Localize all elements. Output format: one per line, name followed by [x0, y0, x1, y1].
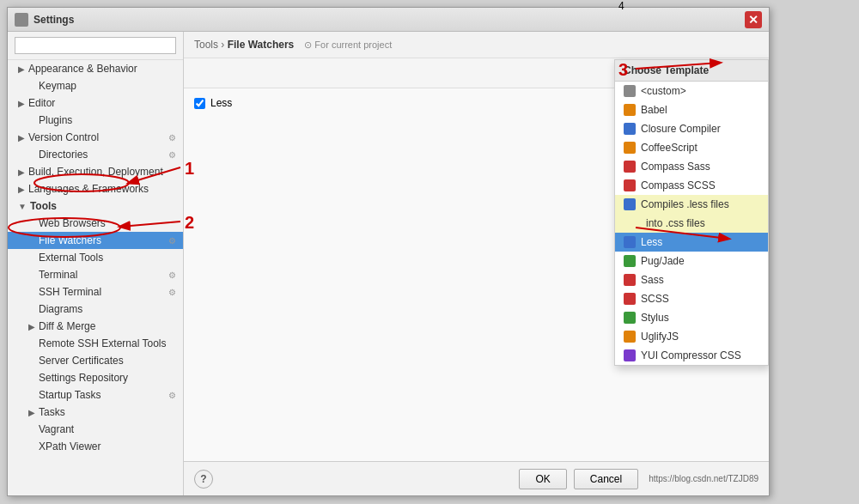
sidebar-item-label: Languages & Frameworks	[28, 183, 149, 195]
sidebar-item-label: Appearance & Behavior	[28, 63, 137, 75]
dropdown-item-label: UglifyJS	[641, 331, 679, 343]
arrow-icon: ▶	[28, 408, 35, 417]
sidebar-item-diff-merge[interactable]: ▶Diff & Merge	[8, 318, 183, 335]
dropdown-item-uglifyjs[interactable]: UglifyJS	[615, 327, 768, 346]
dropdown-panel: Choose Template <custom>BabelClosure Com…	[614, 59, 769, 366]
sidebar-item-tools[interactable]: ▼Tools	[8, 197, 183, 215]
sidebar-item-external-tools[interactable]: External Tools	[8, 249, 183, 266]
dropdown-item-label: YUI Compressor CSS	[641, 349, 741, 361]
dropdown-item-coffeescript[interactable]: CoffeeScript	[615, 138, 768, 157]
arrow-icon: ▶	[18, 133, 25, 143]
item-color-icon	[624, 349, 636, 361]
panel-note: ⊙ For current project	[304, 39, 392, 51]
sidebar-item-label: Terminal	[39, 269, 77, 281]
item-color-icon	[624, 255, 636, 267]
item-color-icon	[624, 293, 636, 305]
item-color-icon	[624, 123, 636, 135]
cancel-button[interactable]: Cancel	[574, 469, 638, 489]
item-color-icon	[624, 104, 636, 116]
sidebar-item-label: Diagrams	[39, 303, 82, 315]
dropdown-item-label: Less	[641, 236, 662, 248]
sidebar-item-file-watchers[interactable]: File Watchers⚙	[8, 232, 183, 249]
dropdown-item-scss[interactable]: SCSS	[615, 289, 768, 308]
sidebar-item-tasks[interactable]: ▶Tasks	[8, 404, 183, 421]
arrow-icon: ▶	[28, 322, 35, 331]
dropdown-item-babel[interactable]: Babel	[615, 100, 768, 119]
settings-gear-icon: ⚙	[168, 391, 176, 400]
sidebar-item-label: Diff & Merge	[39, 320, 95, 332]
sidebar-item-web-browsers[interactable]: Web Browsers	[8, 215, 183, 232]
item-color-icon	[624, 274, 636, 286]
dropdown-item-closure-compiler[interactable]: Closure Compiler	[615, 119, 768, 138]
sidebar-item-label: File Watchers	[39, 234, 101, 246]
sidebar-item-remote-ssh[interactable]: Remote SSH External Tools	[8, 335, 183, 352]
sidebar-item-terminal[interactable]: Terminal⚙	[8, 266, 183, 283]
sidebar-item-label: Server Certificates	[39, 355, 124, 367]
title-bar: Settings ✕	[8, 8, 769, 32]
sidebar-item-editor[interactable]: ▶Editor	[8, 94, 183, 112]
less-checkbox[interactable]	[194, 98, 205, 109]
sidebar-item-label: Keymap	[39, 80, 76, 92]
dropdown-item-label: <custom>	[641, 85, 686, 97]
item-color-icon	[624, 85, 636, 97]
dropdown-item-label: into .css files	[646, 217, 705, 229]
sidebar-item-label: Startup Tasks	[39, 389, 101, 401]
sidebar-item-keymap[interactable]: Keymap	[8, 77, 183, 94]
arrow-icon: ▶	[18, 167, 25, 177]
settings-gear-icon: ⚙	[168, 133, 176, 143]
dropdown-item-label: SCSS	[641, 293, 669, 305]
item-color-icon	[624, 331, 636, 343]
breadcrumb-path: Tools	[194, 39, 218, 51]
sidebar-item-diagrams[interactable]: Diagrams	[8, 301, 183, 318]
less-label: Less	[210, 97, 232, 109]
dropdown-item-label: Babel	[641, 104, 667, 116]
sidebar-item-xpath-viewer[interactable]: XPath Viewer	[8, 438, 183, 455]
dropdown-item-compass-scss[interactable]: Compass SCSS	[615, 176, 768, 195]
dropdown-item-label: Pug/Jade	[641, 255, 685, 267]
sidebar-item-ssh-terminal[interactable]: SSH Terminal⚙	[8, 283, 183, 301]
window-title: Settings	[34, 14, 745, 26]
sidebar-item-appearance[interactable]: ▶Appearance & Behavior	[8, 60, 183, 77]
sidebar-item-plugins[interactable]: Plugins	[8, 112, 183, 129]
dropdown-item-label: Sass	[641, 274, 664, 286]
help-button[interactable]: ?	[194, 470, 213, 489]
sidebar-item-settings-repo[interactable]: Settings Repository	[8, 369, 183, 386]
dropdown-item-sass[interactable]: Sass	[615, 270, 768, 289]
dropdown-item-compiles-less[interactable]: Compiles .less files	[615, 195, 768, 214]
sidebar-item-lang[interactable]: ▶Languages & Frameworks	[8, 180, 183, 197]
sidebar-item-label: Remote SSH External Tools	[39, 337, 167, 349]
dropdown-item-into-css[interactable]: into .css files	[615, 214, 768, 233]
dropdown-item-label: Compass SCSS	[641, 179, 716, 191]
settings-window: Settings ✕ ▶Appearance & BehaviorKeymap▶…	[7, 7, 770, 496]
blog-text: https://blog.csdn.net/TZJD89	[649, 474, 758, 483]
dropdown-item-custom[interactable]: <custom>	[615, 82, 768, 100]
breadcrumb-separator: ›	[221, 39, 227, 51]
window-icon	[15, 13, 28, 27]
sidebar-item-startup-tasks[interactable]: Startup Tasks⚙	[8, 386, 183, 404]
dropdown-item-less[interactable]: Less	[615, 233, 768, 252]
breadcrumb-current: File Watchers	[228, 39, 295, 51]
sidebar-item-label: Tasks	[39, 406, 65, 418]
search-bar	[8, 32, 183, 60]
arrow-icon: ▶	[18, 185, 25, 194]
sidebar-item-directories[interactable]: Directories⚙	[8, 146, 183, 163]
dropdown-item-pug-jade[interactable]: Pug/Jade	[615, 252, 768, 270]
sidebar-item-label: Build, Execution, Deployment	[28, 166, 163, 178]
close-button[interactable]: ✕	[745, 11, 762, 28]
dropdown-item-stylus[interactable]: Stylus	[615, 308, 768, 327]
dropdown-item-yui-css[interactable]: YUI Compressor CSS	[615, 346, 768, 365]
ok-button[interactable]: OK	[519, 469, 566, 489]
right-panel: Tools › File Watchers ⊙ For current proj…	[184, 32, 769, 495]
sidebar-item-vagrant[interactable]: Vagrant	[8, 421, 183, 438]
item-color-icon	[624, 236, 636, 248]
sidebar-item-vcs[interactable]: ▶Version Control⚙	[8, 129, 183, 146]
item-color-icon	[624, 142, 636, 154]
sidebar-item-label: External Tools	[39, 252, 103, 264]
sidebar-item-build[interactable]: ▶Build, Execution, Deployment	[8, 163, 183, 180]
sidebar-item-server-certs[interactable]: Server Certificates	[8, 352, 183, 369]
search-input[interactable]	[15, 37, 176, 54]
item-color-icon	[624, 312, 636, 324]
arrow-icon: ▼	[18, 202, 27, 211]
dropdown-item-compass-sass[interactable]: Compass Sass	[615, 157, 768, 176]
sidebar-item-label: Plugins	[39, 114, 72, 126]
